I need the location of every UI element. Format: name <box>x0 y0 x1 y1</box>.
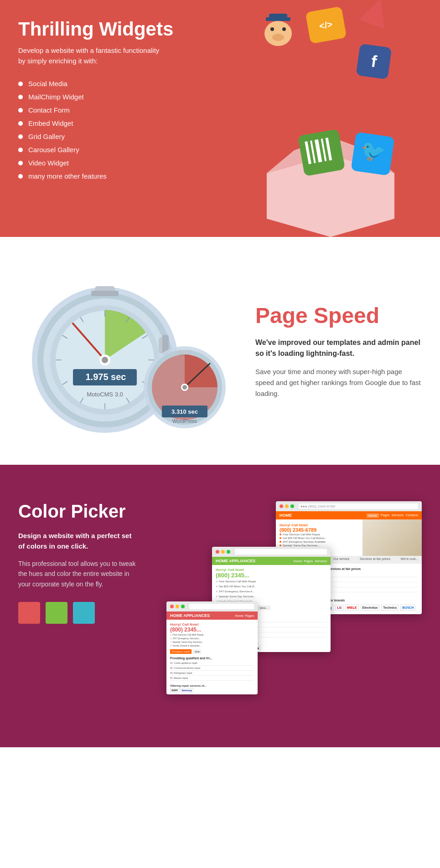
stopwatch-svg: 1.975 sec MotoCMS 3.0 3.310 sec WordPres… <box>18 264 237 437</box>
svg-point-23 <box>102 357 108 363</box>
mock-area-btn: area... <box>257 606 270 610</box>
svg-text:🐦: 🐦 <box>359 138 387 165</box>
bullet-icon <box>18 174 23 179</box>
monkey-snout <box>272 34 284 41</box>
list-item-label: Grid Gallery <box>28 133 65 140</box>
brand-bosch: BOSCH <box>400 605 415 611</box>
mock-green-call: Hurry! Call Now! <box>216 568 327 572</box>
bullet-icon <box>18 161 23 165</box>
color-picker-text: Color Picker Design a website with a per… <box>18 492 137 624</box>
mock-nav-item: Services <box>392 514 404 518</box>
mock-red-feature: ✓ Free Services Call With Repair <box>170 633 254 637</box>
browser-dot-red <box>216 550 219 554</box>
browser-title-bar-middle <box>212 547 331 557</box>
speed-text-area: Page Speed We've improved our templates … <box>255 303 422 399</box>
mock-red-brands: Offering repair services of... SONY Sams… <box>166 683 258 694</box>
mock-red-buttons: Emergency repair area <box>170 649 254 654</box>
mock-red-section: Providing qualified and fri... 01. Condo… <box>166 657 258 683</box>
mock-list-bullet <box>280 541 281 543</box>
brand-electrolux: Electrolux <box>361 605 380 611</box>
mock-green-header: HOME APPLIANCES Home Pages Services <box>212 557 331 565</box>
bullet-icon <box>18 148 23 152</box>
mock-site-name: HOME <box>280 513 292 518</box>
mailchimp-icon <box>258 14 299 55</box>
box-illustration: 🐦 <box>235 109 426 237</box>
mock-red-item: 03. Refrigerator repair <box>170 671 254 676</box>
color-picker-normal-desc: This professional tool allows you to twe… <box>18 559 137 589</box>
mock-green-nav-item: Services <box>315 560 327 563</box>
mock-red-feature: ✓ 24/7 Emergency Services... <box>170 637 254 640</box>
bullet-icon <box>18 121 23 126</box>
code-brackets-icon: </> <box>316 17 336 33</box>
mock-red-nav-item: Pages <box>245 614 254 617</box>
browser-dot-yellow <box>176 605 179 608</box>
browser-dot-yellow <box>221 550 225 554</box>
stopwatch-area: 1.975 sec MotoCMS 3.0 3.310 sec WordPres… <box>18 264 237 437</box>
svg-text:3.310 sec: 3.310 sec <box>171 408 198 415</box>
mock-red-brands-title: Offering repair services of... <box>170 684 254 687</box>
list-item-label: many more other features <box>28 172 107 180</box>
list-item-label: Contact Form <box>28 106 70 114</box>
mock-service-tag: Services at fair prices <box>360 557 390 562</box>
mock-phone: (800) 2345-6789 <box>280 527 359 533</box>
triangle-decoration <box>359 0 394 29</box>
color-swatches <box>18 602 137 624</box>
swatch-red[interactable] <box>18 602 40 624</box>
mock-service-tag: Our service <box>333 557 350 562</box>
browser-dot-green <box>290 504 294 508</box>
mock-list-bullet <box>280 534 281 535</box>
browser-mock-front: HOME APPLIANCES Home Pages Hurry! Call N… <box>166 601 258 694</box>
mock-green-site-name: HOME APPLIANCES <box>216 559 255 563</box>
mock-hero-image <box>362 519 422 556</box>
browser-dot-green <box>227 550 230 554</box>
list-item-label: Social Media <box>28 80 67 87</box>
mock-green-feature: ✓ Free Services Call With Repair <box>216 579 327 584</box>
browser-dot-yellow <box>285 504 289 508</box>
widgets-section: Thrilling Widgets Develop a website with… <box>0 0 440 237</box>
mock-red-brand: Samsung <box>180 688 193 693</box>
color-picker-title: Color Picker <box>18 501 137 522</box>
mock-red-area-btn: area <box>193 649 201 654</box>
browser-dot-red <box>280 504 283 508</box>
mock-list-bullet <box>280 544 281 546</box>
bullet-icon <box>18 108 23 113</box>
list-item-label: MailChimp Widget <box>28 93 84 101</box>
mock-green-feature: ✓ Get $25 Off When You Call B... <box>216 584 327 589</box>
browser-url-bar-middle[interactable] <box>235 549 327 555</box>
browser-dot-red <box>170 605 174 608</box>
bullet-icon <box>18 82 23 86</box>
browser-content-front: HOME APPLIANCES Home Pages Hurry! Call N… <box>166 611 258 694</box>
list-item-label: Carousel Gallery <box>28 146 79 154</box>
color-picker-bold-desc: Design a website with a perfect set of c… <box>18 531 137 551</box>
svg-text:MotoCMS 3.0: MotoCMS 3.0 <box>87 391 123 398</box>
browser-title-bar: ●●● (800) 2345-6789 <box>276 501 422 511</box>
mock-green-phone: (800) 2345... <box>216 572 327 579</box>
mock-red-emergency-btn: Emergency repair <box>170 649 192 654</box>
mock-green-nav-item: Pages <box>304 560 313 563</box>
browser-url-bar-front[interactable] <box>189 604 254 609</box>
mock-nav: Home Pages Services Contacts <box>367 514 418 518</box>
mock-feature-item: Get $25 Off When You Call Before... <box>280 536 359 540</box>
widgets-subtitle: Develop a website with a fantastic funct… <box>18 46 173 66</box>
mock-green-nav-item: Home <box>294 560 302 563</box>
widgets-subtitle-line2: by simply enriching it with: <box>18 57 98 65</box>
mock-red-item: 01. Condo appliance repair <box>170 661 254 666</box>
svg-text:</>: </> <box>318 19 333 31</box>
monkey-eye-left <box>270 27 274 31</box>
mock-red-item: 04. Washer repair <box>170 676 254 681</box>
svg-text:1.975 sec: 1.975 sec <box>86 372 126 382</box>
mock-feature-text: 24/7 Emergency Services Available <box>283 540 326 543</box>
brand-technics: Technics <box>381 605 399 611</box>
browser-mockups-area: ●●● (800) 2345-6789 HOME Home Pages Serv… <box>155 492 422 720</box>
list-item-label: Video Widget <box>28 159 69 167</box>
browser-url-bar[interactable]: ●●● (800) 2345-6789 <box>299 503 418 509</box>
swatch-teal[interactable] <box>73 602 95 624</box>
mock-service-tag: We're cust... <box>400 557 418 562</box>
speed-title: Page Speed <box>255 303 422 328</box>
mock-green-nav: Home Pages Services <box>294 560 327 563</box>
mock-red-header: HOME APPLIANCES Home Pages <box>166 611 258 620</box>
svg-rect-4 <box>298 129 345 176</box>
bullet-icon <box>18 95 23 99</box>
swatch-green[interactable] <box>46 602 67 624</box>
facebook-widget-icon: f <box>356 43 392 79</box>
